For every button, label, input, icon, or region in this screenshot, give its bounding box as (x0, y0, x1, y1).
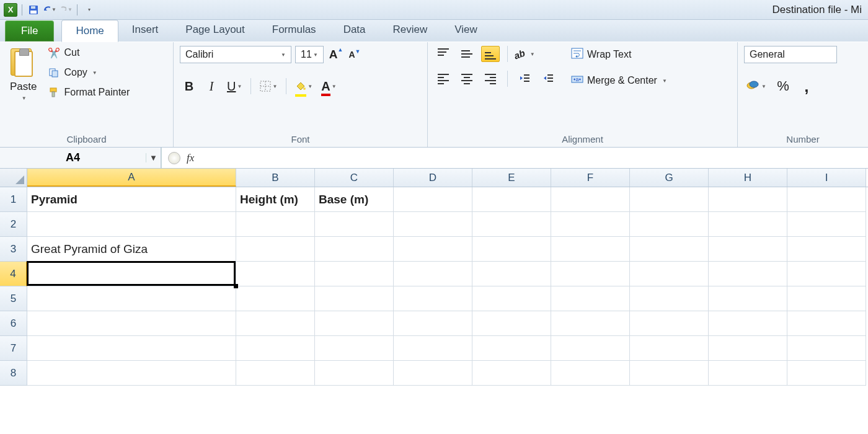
cell-H5[interactable] (709, 286, 787, 311)
paste-button[interactable]: Paste ▼ (6, 46, 40, 131)
tab-insert[interactable]: Insert (118, 19, 172, 42)
fill-handle[interactable] (234, 284, 238, 288)
formula-input[interactable] (200, 150, 868, 166)
cell-C8[interactable] (315, 361, 394, 386)
cell-A8[interactable] (27, 361, 236, 386)
font-family-combo[interactable]: Calibri ▼ (180, 46, 291, 63)
merge-center-button[interactable]: a Merge & Center ▼ (567, 72, 671, 89)
dropdown-icon[interactable]: ▼ (332, 84, 337, 89)
cell-B1[interactable]: Height (m) (236, 187, 315, 212)
cell-E5[interactable] (472, 286, 551, 311)
cell-E7[interactable] (472, 336, 551, 361)
column-header-D[interactable]: D (394, 169, 472, 187)
cell-A5[interactable] (27, 286, 236, 311)
cell-C4[interactable] (315, 262, 394, 286)
cell-A7[interactable] (27, 336, 236, 361)
underline-button[interactable]: U▼ (224, 77, 244, 95)
cell-D6[interactable] (394, 311, 472, 336)
cell-D1[interactable] (394, 187, 472, 212)
number-format-combo[interactable]: General (744, 46, 837, 63)
accounting-format-button[interactable]: ▼ (744, 77, 769, 95)
cell-A2[interactable] (27, 212, 236, 237)
column-header-B[interactable]: B (236, 169, 315, 187)
cell-E2[interactable] (472, 212, 551, 237)
name-box-input[interactable] (0, 151, 146, 164)
cell-D3[interactable] (394, 237, 472, 262)
dropdown-icon[interactable]: ▼ (92, 70, 97, 76)
cell-H4[interactable] (709, 262, 787, 286)
decrease-indent-button[interactable] (515, 71, 534, 87)
column-header-E[interactable]: E (472, 169, 551, 187)
cell-G2[interactable] (630, 212, 709, 237)
italic-button[interactable]: I (202, 77, 221, 95)
row-header-2[interactable]: 2 (0, 212, 27, 237)
tab-review[interactable]: Review (379, 19, 441, 42)
dropdown-icon[interactable]: ▼ (308, 84, 312, 89)
save-button[interactable] (27, 3, 40, 17)
dropdown-icon[interactable]: ▼ (761, 84, 766, 89)
cell-G3[interactable] (630, 237, 709, 262)
dropdown-icon[interactable]: ▼ (51, 7, 56, 12)
row-header-3[interactable]: 3 (0, 237, 27, 262)
cell-G7[interactable] (630, 336, 709, 361)
font-color-button[interactable]: A ▼ (319, 77, 339, 95)
name-box[interactable]: ▼ (0, 148, 161, 168)
tab-file[interactable]: File (5, 20, 54, 42)
cell-D4[interactable] (394, 262, 472, 286)
orientation-button[interactable]: ab▼ (515, 46, 534, 62)
copy-button[interactable]: Copy ▼ (45, 66, 132, 79)
dropdown-icon[interactable]: ▼ (530, 51, 535, 57)
cell-D5[interactable] (394, 286, 472, 311)
cut-button[interactable]: ✂️ Cut (45, 46, 132, 60)
align-right-button[interactable] (481, 71, 500, 87)
tab-home[interactable]: Home (61, 20, 118, 42)
cell-C6[interactable] (315, 311, 394, 336)
cell-E6[interactable] (472, 311, 551, 336)
cell-C3[interactable] (315, 237, 394, 262)
cell-I2[interactable] (787, 212, 866, 237)
select-all-corner[interactable] (0, 169, 27, 187)
cell-B8[interactable] (236, 361, 315, 386)
cell-C7[interactable] (315, 336, 394, 361)
row-header-1[interactable]: 1 (0, 187, 27, 212)
comma-button[interactable]: , (797, 77, 816, 95)
dropdown-icon[interactable]: ▼ (272, 84, 277, 89)
cell-E4[interactable] (472, 262, 551, 286)
cell-H7[interactable] (709, 336, 787, 361)
cell-B4[interactable] (236, 262, 315, 286)
column-header-C[interactable]: C (315, 169, 394, 187)
column-header-H[interactable]: H (709, 169, 787, 187)
cell-G4[interactable] (630, 262, 709, 286)
row-header-7[interactable]: 7 (0, 336, 27, 361)
cell-E1[interactable] (472, 187, 551, 212)
redo-button[interactable]: ▼ (59, 3, 73, 17)
cell-F2[interactable] (551, 212, 630, 237)
cell-I8[interactable] (787, 361, 866, 386)
align-top-button[interactable] (434, 46, 453, 62)
dropdown-icon[interactable]: ▼ (237, 84, 242, 89)
cell-C2[interactable] (315, 212, 394, 237)
column-header-G[interactable]: G (630, 169, 709, 187)
cell-I1[interactable] (787, 187, 866, 212)
cell-E3[interactable] (472, 237, 551, 262)
dropdown-icon[interactable]: ▼ (68, 7, 73, 12)
cell-C5[interactable] (315, 286, 394, 311)
cell-F3[interactable] (551, 237, 630, 262)
borders-button[interactable]: ▼ (257, 77, 280, 95)
align-bottom-button[interactable] (481, 46, 500, 62)
increase-indent-button[interactable] (539, 71, 557, 87)
cell-F5[interactable] (551, 286, 630, 311)
cell-F8[interactable] (551, 361, 630, 386)
cell-A3[interactable]: Great Pyramid of Giza (27, 237, 236, 262)
fill-color-button[interactable]: ▼ (293, 77, 315, 95)
cancel-icon[interactable] (168, 152, 180, 164)
cell-F4[interactable] (551, 262, 630, 286)
cell-G8[interactable] (630, 361, 709, 386)
column-header-I[interactable]: I (787, 169, 866, 187)
format-painter-button[interactable]: Format Painter (45, 86, 132, 99)
cell-B7[interactable] (236, 336, 315, 361)
cell-H1[interactable] (709, 187, 787, 212)
grow-font-button[interactable]: A▲ (327, 46, 345, 63)
cell-H3[interactable] (709, 237, 787, 262)
column-header-F[interactable]: F (551, 169, 630, 187)
